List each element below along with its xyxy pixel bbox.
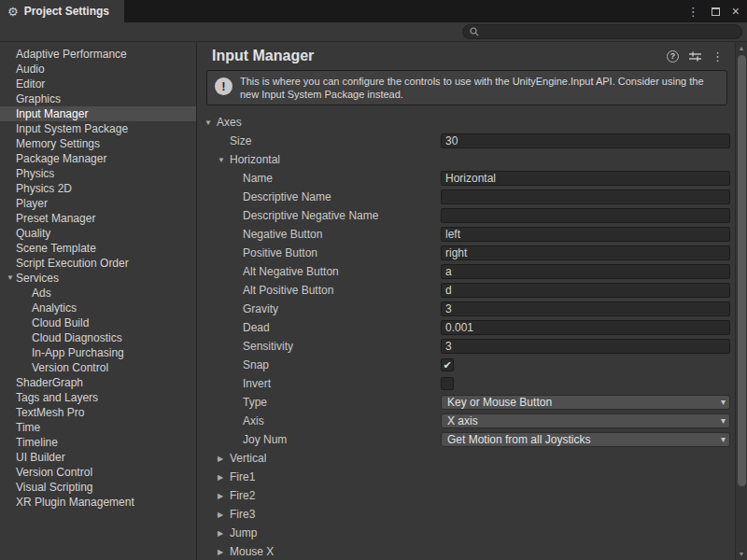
foldout-closed-icon[interactable]: ▶ — [218, 548, 230, 556]
scroll-up-icon[interactable]: ▲ — [736, 45, 747, 51]
window-menu-icon[interactable]: ⋮ — [687, 6, 699, 18]
chevron-down-icon: ▾ — [721, 433, 726, 446]
search-box[interactable] — [462, 24, 742, 39]
input-alt-negative-button[interactable] — [441, 264, 730, 279]
search-input[interactable] — [484, 26, 735, 37]
foldout-closed-icon[interactable]: ▶ — [218, 511, 230, 519]
sidebar-item-ads[interactable]: Ads — [0, 286, 196, 301]
sidebar-item-input-manager[interactable]: Input Manager — [0, 106, 196, 121]
sidebar-item-label: Version Control — [32, 360, 108, 375]
header-icons: ? ⋮ — [667, 50, 727, 63]
foldout-open-icon[interactable]: ▼ — [204, 119, 217, 127]
field-label-alt-negative-button: Alt Negative Button — [197, 262, 339, 281]
label-text: Descriptive Negative Name — [243, 209, 378, 222]
foldout-vertical[interactable]: ▶Vertical — [197, 449, 266, 468]
row-alt-negative-button: Alt Negative Button — [197, 262, 735, 281]
dropdown-joy-num[interactable]: Get Motion from all Joysticks▾ — [441, 432, 730, 447]
field-value-area — [441, 264, 730, 279]
sidebar-item-editor[interactable]: Editor — [0, 77, 196, 91]
label-text: Invert — [243, 377, 271, 390]
row-jump: ▶Jump — [197, 524, 735, 542]
foldout-jump[interactable]: ▶Jump — [197, 524, 257, 542]
sidebar-item-services[interactable]: ▼Services — [0, 271, 196, 286]
foldout-fire2[interactable]: ▶Fire2 — [197, 486, 255, 505]
checkbox-invert[interactable] — [441, 377, 454, 390]
sidebar-item-input-system-package[interactable]: Input System Package — [0, 121, 196, 136]
scrollbar-thumb[interactable] — [738, 55, 746, 486]
input-descriptive-name[interactable] — [441, 189, 730, 204]
row-descriptive-name: Descriptive Name — [197, 188, 735, 206]
sidebar-item-script-execution-order[interactable]: Script Execution Order — [0, 256, 196, 271]
sidebar-item-shadergraph[interactable]: ShaderGraph — [0, 375, 196, 390]
tab-project-settings[interactable]: ⚙ Project Settings — [0, 0, 124, 22]
dropdown-type[interactable]: Key or Mouse Button▾ — [441, 395, 730, 410]
titlebar: ⚙ Project Settings ⋮ × — [0, 0, 747, 22]
input-sensitivity[interactable] — [441, 339, 730, 354]
input-positive-button[interactable] — [441, 245, 730, 260]
sidebar-item-visual-scripting[interactable]: Visual Scripting — [0, 480, 196, 495]
label-text: Mouse X — [230, 545, 274, 558]
sidebar-item-in-app-purchasing[interactable]: In-App Purchasing — [0, 345, 196, 360]
input-gravity[interactable] — [441, 301, 730, 316]
foldout-horizontal[interactable]: ▼Horizontal — [197, 150, 280, 169]
foldout-fire3[interactable]: ▶Fire3 — [197, 505, 255, 524]
foldout-open-icon[interactable]: ▼ — [218, 156, 230, 164]
field-value-area: Key or Mouse Button▾ — [441, 395, 730, 410]
input-dead[interactable] — [441, 320, 730, 335]
sidebar-item-memory-settings[interactable]: Memory Settings — [0, 136, 196, 151]
field-value-area — [441, 133, 730, 148]
sidebar-item-cloud-diagnostics[interactable]: Cloud Diagnostics — [0, 330, 196, 345]
sidebar-item-label: Editor — [16, 77, 45, 91]
foldout-closed-icon[interactable]: ▶ — [218, 492, 230, 500]
input-size[interactable] — [441, 133, 730, 148]
sidebar-item-time[interactable]: Time — [0, 420, 196, 435]
foldout-open-icon[interactable]: ▼ — [5, 271, 16, 286]
sidebar-item-timeline[interactable]: Timeline — [0, 435, 196, 450]
vertical-scrollbar[interactable]: ▲ ▼ — [735, 42, 747, 560]
sidebar-item-preset-manager[interactable]: Preset Manager — [0, 211, 196, 226]
sidebar-item-adaptive-performance[interactable]: Adaptive Performance — [0, 47, 196, 62]
input-name[interactable] — [441, 171, 730, 186]
scroll-down-icon[interactable]: ▼ — [736, 551, 747, 557]
sidebar-item-tags-and-layers[interactable]: Tags and Layers — [0, 390, 196, 405]
sidebar-item-label: Script Execution Order — [16, 256, 129, 271]
presets-icon[interactable] — [689, 51, 701, 62]
main-header: Input Manager ? ⋮ — [197, 42, 735, 68]
sidebar-item-player[interactable]: Player — [0, 196, 196, 211]
dropdown-axis[interactable]: X axis▾ — [441, 413, 730, 428]
foldout-fire1[interactable]: ▶Fire1 — [197, 468, 255, 486]
foldout-closed-icon[interactable]: ▶ — [218, 473, 230, 482]
sidebar-item-cloud-build[interactable]: Cloud Build — [0, 315, 196, 330]
sidebar-item-textmesh-pro[interactable]: TextMesh Pro — [0, 405, 196, 420]
sidebar-item-package-manager[interactable]: Package Manager — [0, 151, 196, 166]
foldout-mouse-x[interactable]: ▶Mouse X — [197, 542, 274, 560]
foldout-closed-icon[interactable]: ▶ — [218, 455, 230, 463]
kebab-menu-icon[interactable]: ⋮ — [712, 50, 724, 63]
field-label-dead: Dead — [197, 318, 270, 337]
label-text: Fire2 — [230, 489, 255, 502]
sidebar-item-physics-2d[interactable]: Physics 2D — [0, 181, 196, 196]
input-negative-button[interactable] — [441, 227, 730, 242]
sidebar-item-scene-template[interactable]: Scene Template — [0, 241, 196, 256]
help-icon[interactable]: ? — [667, 50, 679, 63]
sidebar-item-version-control[interactable]: Version Control — [0, 360, 196, 375]
sidebar-item-label: Ads — [32, 286, 51, 301]
sidebar-item-graphics[interactable]: Graphics — [0, 91, 196, 106]
sidebar-item-ui-builder[interactable]: UI Builder — [0, 450, 196, 465]
sidebar-item-audio[interactable]: Audio — [0, 62, 196, 77]
input-descriptive-negative-name[interactable] — [441, 208, 730, 223]
sidebar-item-xr-plugin-management[interactable]: XR Plugin Management — [0, 495, 196, 510]
input-alt-positive-button[interactable] — [441, 283, 730, 298]
close-icon[interactable]: × — [732, 5, 740, 18]
maximize-icon[interactable] — [712, 7, 720, 16]
foldout-axes[interactable]: ▼Axes — [197, 113, 242, 132]
sidebar-item-analytics[interactable]: Analytics — [0, 301, 196, 315]
checkbox-snap[interactable]: ✔ — [441, 358, 454, 371]
sidebar-item-version-control[interactable]: Version Control — [0, 465, 196, 480]
sidebar-item-physics[interactable]: Physics — [0, 166, 196, 181]
field-value-area — [441, 171, 730, 186]
row-mouse-x: ▶Mouse X — [197, 542, 735, 560]
row-vertical: ▶Vertical — [197, 449, 735, 468]
foldout-closed-icon[interactable]: ▶ — [218, 529, 230, 538]
sidebar-item-quality[interactable]: Quality — [0, 226, 196, 241]
